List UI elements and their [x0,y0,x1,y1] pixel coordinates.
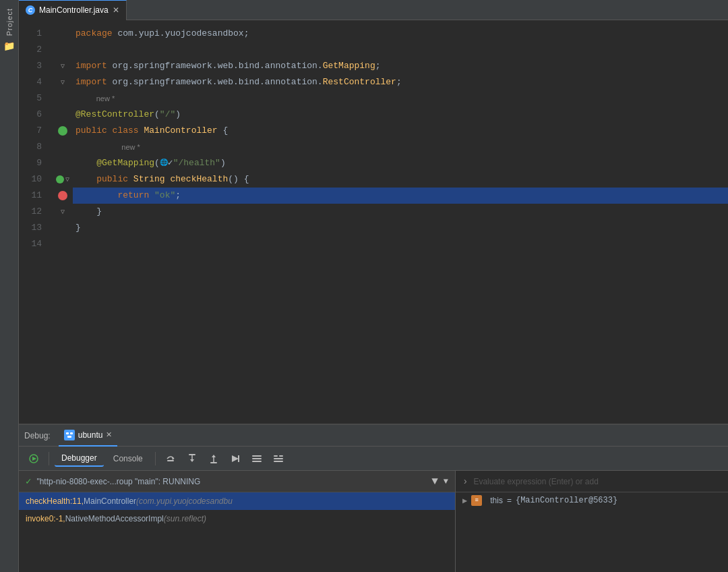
code-line-8: new * [73,139,728,155]
line-num-6: 6 [19,107,47,123]
svg-rect-21 [274,461,283,462]
run-to-cursor-button[interactable] [226,449,245,468]
debug-panel: Debug: ubuntu ✕ Debugger Console [19,424,728,572]
fold-icon-12[interactable]: ▽ [61,208,65,216]
debug-content: ✓ "http-nio-8080-exec-...roup "main": RU… [19,471,728,572]
class-name: MainController [144,123,217,139]
frame-item-2[interactable]: invoke0:-1, NativeMethodAccessorImpl (su… [19,510,455,527]
code-line-5: new * [73,90,728,107]
code-content: 1 2 3 4 5 6 7 8 9 10 11 12 13 14 [19,20,728,424]
var-expand-icon[interactable]: ▶ [462,496,467,506]
line-num-3: 3 [19,58,47,74]
project-label: Project [5,8,13,36]
variables-button[interactable] [247,449,266,468]
debug-frames-panel: ✓ "http-nio-8080-exec-...roup "main": RU… [19,471,456,572]
debug-session-name: ubuntu [78,430,103,440]
gutter-13 [53,220,73,236]
var-equals: = [507,496,512,505]
gutter-12[interactable]: ▽ [53,204,73,220]
keyword-package: package [75,26,117,42]
tab-close-button[interactable]: ✕ [113,5,119,15]
var-type-icon: ≡ [471,495,482,506]
console-tab-btn[interactable]: Console [107,451,150,466]
method-parens: () { [228,171,249,188]
ann-value: "/" [160,107,175,123]
file-tab[interactable]: C MainController.java ✕ [19,0,127,20]
gutter-11[interactable] [53,188,73,204]
resume-button[interactable] [24,449,43,468]
breakpoint-11[interactable] [58,191,67,200]
step-out-button[interactable] [204,449,223,468]
return-val: "ok" [154,188,175,204]
kw-public-10: public [96,171,133,188]
svg-rect-18 [274,455,278,457]
frame-class-1: MainController [84,496,136,506]
folder-icon[interactable]: 📁 [3,40,16,52]
step-over-button[interactable] [161,449,180,468]
gutter-10[interactable]: ▽ [53,171,73,188]
debug-label: Debug: [24,431,56,440]
ann2-close: ) [220,155,226,171]
toolbar-sep-2 [155,452,156,465]
code-line-12[interactable]: } [73,204,728,220]
svg-rect-17 [252,461,262,462]
ann2-paren: ( [154,155,160,171]
breakpoint-7[interactable] [58,126,67,136]
gutter-3[interactable]: ▽ [53,58,73,74]
frame-name-1: checkHealth:11, [26,496,84,506]
code-line-10[interactable]: public String checkHealth() { [73,171,728,188]
ann-paren-open: ( [154,107,160,123]
import-cls-4: RestController [323,74,396,90]
debugger-tab-btn[interactable]: Debugger [55,451,104,467]
tab-filename: MainController.java [39,5,109,15]
code-line-4[interactable]: import org.springframework.web.bind.anno… [73,74,728,90]
indent-12 [75,204,96,220]
brace-close-12: } [96,204,102,220]
ann-paren-close: ) [175,107,181,123]
gutter-4[interactable]: ▽ [53,74,73,90]
code-line-6[interactable]: @RestController("/") [73,107,728,123]
semi-4: ; [396,74,402,90]
line-num-11: 11 [19,188,47,204]
debug-session-tab[interactable]: ubuntu ✕ [59,425,118,447]
variable-row-this[interactable]: ▶ ≡ this = {MainController@5633} [456,492,728,509]
code-line-9[interactable]: @GetMapping(🌐✓"/health") [73,155,728,171]
code-line-7[interactable]: public class MainController { [73,123,728,139]
frame-item-1[interactable]: checkHealth:11, MainController (com.yupi… [19,492,455,510]
thread-text: "http-nio-8080-exec-...roup "main": RUNN… [36,477,200,486]
gutter-7[interactable] [53,123,73,139]
frame-pkg-1: (com.yupi.yuojcodesandbu [136,496,233,506]
code-line-13[interactable]: } [73,220,728,236]
import-pkg-3: org.springframework.web.bind.annotation. [113,58,323,74]
svg-rect-19 [279,455,283,457]
expr-arrow-icon: › [462,476,468,487]
kw-class: class [113,123,144,139]
fold-icon-10[interactable]: ▽ [65,175,69,183]
frame-pkg-2: (sun.reflect) [164,514,206,523]
expression-bar: › Evaluate expression (Enter) or add [456,471,728,492]
import-pkg-4: org.springframework.web.bind.annotation. [113,74,323,90]
ann2-check: ✓ [168,155,173,171]
code-line-1[interactable]: package com.yupi.yuojcodesandbox; [73,26,728,42]
gutter-5 [53,90,73,107]
var-this-label: this [490,496,503,505]
code-line-3[interactable]: import org.springframework.web.bind.anno… [73,58,728,74]
debug-tab-bar: Debug: ubuntu ✕ [19,425,728,447]
code-line-11[interactable]: return "ok"; [73,188,728,204]
java-file-icon: C [26,5,35,15]
step-into-button[interactable] [183,449,202,468]
semi-11: ; [175,188,181,204]
thread-bar: ✓ "http-nio-8080-exec-...roup "main": RU… [19,471,455,492]
more-button[interactable] [269,449,288,468]
expr-placeholder[interactable]: Evaluate expression (Enter) or add [473,477,598,486]
annotation-restcontroller: @RestController [75,107,154,123]
return-type: String [133,171,171,188]
fold-icon-3[interactable]: ▽ [61,62,65,70]
fold-icon-4[interactable]: ▽ [61,78,65,86]
sidebar: Project 📁 [0,0,19,572]
filter-icon[interactable]: ▼ [431,476,438,488]
spring-icon: 🌐 [160,155,168,171]
breakpoint-10[interactable] [56,175,64,183]
thread-dropdown[interactable]: ▼ [444,477,448,486]
debug-session-close[interactable]: ✕ [106,430,112,439]
